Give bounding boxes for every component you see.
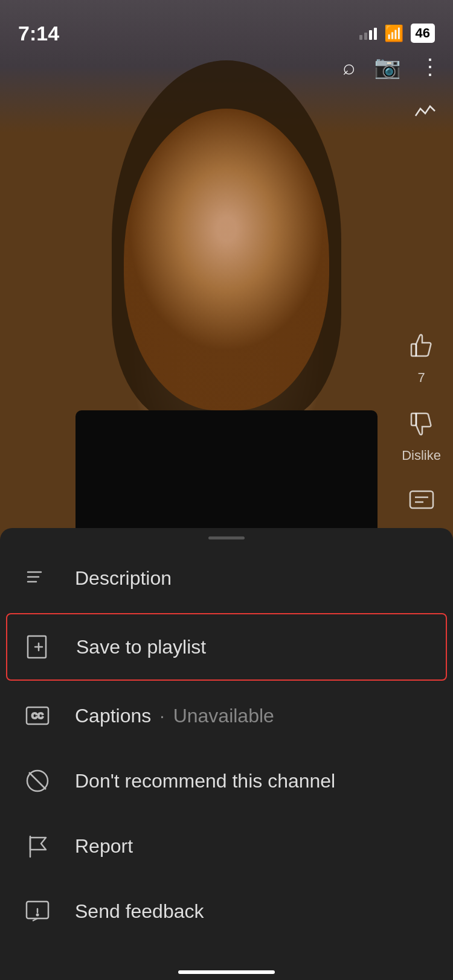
save-to-playlist-item[interactable]: Save to playlist (6, 613, 447, 681)
dislike-label: Dislike (402, 448, 441, 463)
sheet-handle (208, 536, 245, 539)
description-label: Description (75, 567, 172, 590)
save-to-playlist-label: Save to playlist (76, 636, 206, 658)
captions-dot: · (159, 705, 164, 726)
battery-icon: 46 (411, 24, 435, 43)
activity-icon[interactable] (414, 103, 436, 125)
svg-rect-1 (411, 413, 416, 425)
svg-line-14 (29, 772, 46, 789)
dont-recommend-label: Don't recommend this channel (75, 770, 335, 792)
camera-icon[interactable]: 📷 (374, 54, 401, 80)
face (124, 109, 329, 410)
captions-sublabel: Unavailable (173, 705, 274, 727)
thumbs-up-icon (408, 332, 435, 366)
dislike-button[interactable]: Dislike (402, 410, 441, 463)
comment-button[interactable] (408, 488, 435, 515)
thumbs-down-icon (408, 410, 435, 444)
send-feedback-item[interactable]: Send feedback (0, 879, 453, 944)
home-indicator (178, 970, 275, 974)
description-item[interactable]: Description (0, 546, 453, 611)
wifi-icon: 📶 (384, 24, 403, 43)
search-icon[interactable]: ⌕ (342, 54, 356, 80)
captions-item[interactable]: CC Captions · Unavailable (0, 683, 453, 748)
report-label: Report (75, 835, 133, 858)
feedback-icon (22, 896, 53, 927)
more-options-icon[interactable]: ⋮ (419, 54, 441, 80)
like-count: 7 (417, 370, 425, 386)
side-actions: 7 Dislike (402, 332, 441, 515)
flag-icon (22, 830, 53, 862)
playlist-add-icon (23, 631, 54, 663)
captions-icon: CC (22, 700, 53, 731)
video-area (0, 0, 453, 591)
svg-text:CC: CC (31, 711, 43, 721)
svg-point-18 (37, 914, 39, 916)
captions-label: Captions (75, 705, 151, 727)
dont-recommend-item[interactable]: Don't recommend this channel (0, 748, 453, 813)
status-time: 7:14 (18, 22, 59, 45)
report-item[interactable]: Report (0, 813, 453, 879)
send-feedback-label: Send feedback (75, 900, 204, 923)
captions-label-row: Captions · Unavailable (75, 705, 274, 727)
top-actions: ⌕ 📷 ⋮ (342, 54, 441, 80)
bottom-sheet: Description Save to playlist CC Captions… (0, 528, 453, 980)
svg-rect-0 (411, 344, 416, 356)
signal-icon (359, 27, 377, 40)
svg-rect-2 (410, 491, 433, 508)
like-button[interactable]: 7 (408, 332, 435, 386)
status-bar: 7:14 📶 46 (0, 0, 453, 54)
description-icon (22, 562, 53, 594)
battery-level: 46 (416, 25, 430, 41)
status-icons: 📶 46 (359, 24, 435, 43)
video-bg (0, 0, 453, 591)
no-icon (22, 765, 53, 797)
